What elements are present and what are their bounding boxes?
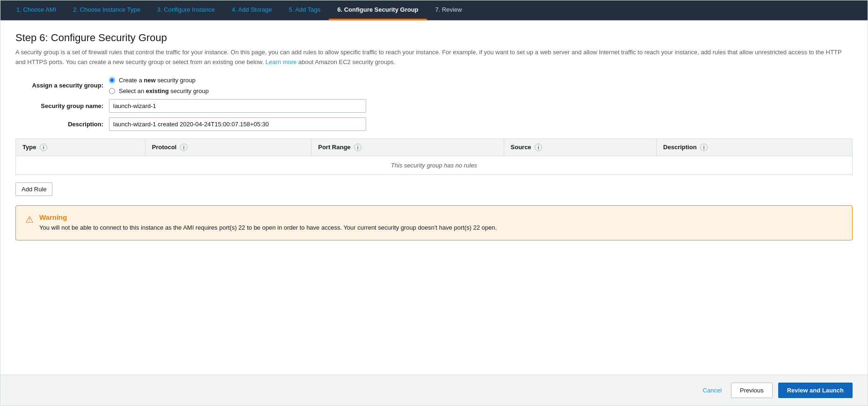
tab-review[interactable]: 7. Review bbox=[427, 0, 470, 20]
warning-icon: ⚠ bbox=[25, 214, 34, 225]
description-text-part1: A security group is a set of firewall ru… bbox=[15, 49, 841, 65]
assign-security-group-section: Assign a security group: Create a new se… bbox=[15, 77, 853, 131]
empty-rules-message: This security group has no rules bbox=[16, 156, 853, 175]
col-source: Source i bbox=[504, 138, 656, 156]
warning-title: Warning bbox=[39, 213, 497, 221]
col-type: Type i bbox=[16, 138, 145, 156]
radio-existing-option[interactable]: Select an existing security group bbox=[109, 87, 209, 94]
radio-existing-label: Select an existing security group bbox=[119, 87, 209, 94]
radio-new-input[interactable] bbox=[109, 77, 115, 83]
step-description: A security group is a set of firewall ru… bbox=[15, 48, 853, 67]
warning-box: ⚠ Warning You will not be able to connec… bbox=[15, 205, 853, 240]
protocol-info-icon[interactable]: i bbox=[180, 144, 188, 151]
rules-table: Type i Protocol i Port Range i Source i bbox=[15, 138, 853, 175]
col-port-range: Port Range i bbox=[311, 138, 504, 156]
tab-configure-security-group[interactable]: 6. Configure Security Group bbox=[329, 0, 427, 20]
warning-content: Warning You will not be able to connect … bbox=[39, 213, 497, 232]
source-info-icon[interactable]: i bbox=[535, 144, 542, 151]
learn-more-link[interactable]: Learn more bbox=[266, 58, 297, 65]
review-and-launch-button[interactable]: Review and Launch bbox=[778, 383, 853, 398]
description-row: Description: bbox=[15, 117, 853, 131]
tab-choose-instance-type[interactable]: 2. Choose Instance Type bbox=[65, 0, 149, 20]
type-info-icon[interactable]: i bbox=[40, 144, 47, 151]
tab-configure-instance[interactable]: 3. Configure Instance bbox=[149, 0, 224, 20]
security-group-name-row: Security group name: bbox=[15, 99, 853, 113]
warning-message: You will not be able to connect to this … bbox=[39, 223, 497, 232]
rules-table-header-row: Type i Protocol i Port Range i Source i bbox=[16, 138, 853, 156]
description-input[interactable] bbox=[109, 117, 366, 131]
empty-rules-row: This security group has no rules bbox=[16, 156, 853, 175]
radio-new-label: Create a new security group bbox=[119, 77, 195, 84]
description-info-icon[interactable]: i bbox=[700, 144, 708, 151]
col-protocol: Protocol i bbox=[145, 138, 311, 156]
tab-add-storage[interactable]: 4. Add Storage bbox=[223, 0, 280, 20]
rules-table-body: This security group has no rules bbox=[16, 156, 853, 175]
assign-label: Assign a security group: bbox=[15, 82, 109, 89]
main-content: Step 6: Configure Security Group A secur… bbox=[0, 21, 868, 375]
tab-choose-ami[interactable]: 1. Choose AMI bbox=[8, 0, 65, 20]
radio-new-option[interactable]: Create a new security group bbox=[109, 77, 209, 84]
previous-button[interactable]: Previous bbox=[731, 383, 773, 398]
step-title: Step 6: Configure Security Group bbox=[15, 32, 853, 44]
col-description: Description i bbox=[657, 138, 853, 156]
security-group-name-input[interactable] bbox=[109, 99, 366, 113]
footer: Cancel Previous Review and Launch bbox=[0, 375, 868, 406]
add-rule-button[interactable]: Add Rule bbox=[15, 182, 52, 196]
assign-radio-row: Assign a security group: Create a new se… bbox=[15, 77, 853, 94]
description-label: Description: bbox=[15, 121, 109, 128]
security-group-name-label: Security group name: bbox=[15, 102, 109, 109]
wizard-tabs: 1. Choose AMI 2. Choose Instance Type 3.… bbox=[0, 0, 868, 21]
assign-options: Create a new security group Select an ex… bbox=[109, 77, 209, 94]
page-wrapper: 1. Choose AMI 2. Choose Instance Type 3.… bbox=[0, 0, 868, 406]
port-range-info-icon[interactable]: i bbox=[354, 144, 362, 151]
rules-table-header: Type i Protocol i Port Range i Source i bbox=[16, 138, 853, 156]
radio-existing-input[interactable] bbox=[109, 88, 115, 94]
cancel-button[interactable]: Cancel bbox=[699, 384, 725, 397]
description-text-part2: about Amazon EC2 security groups. bbox=[297, 58, 395, 65]
tab-add-tags[interactable]: 5. Add Tags bbox=[280, 0, 329, 20]
